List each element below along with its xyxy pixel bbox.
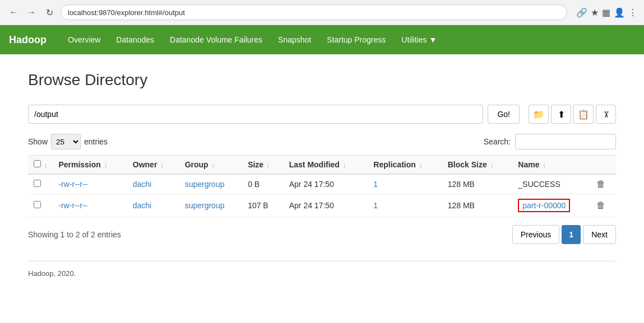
- header-replication: Replication ↕: [368, 156, 442, 175]
- folder-icon: 📁: [533, 109, 544, 120]
- chevron-down-icon: ▼: [429, 35, 437, 44]
- path-bar: Go! 📁 ⬆ 📋 ✂: [28, 105, 616, 124]
- row2-group: supergroup: [179, 194, 243, 217]
- row1-checkbox[interactable]: [34, 180, 41, 187]
- row1-modified: Apr 24 17:50: [284, 174, 368, 194]
- row2-name-link[interactable]: part-r-00000: [518, 199, 570, 212]
- row2-owner: dachi: [127, 194, 179, 217]
- row2-group-link[interactable]: supergroup: [185, 201, 225, 210]
- sort-owner-icon: ↕: [160, 162, 164, 168]
- header-actions: [591, 156, 616, 175]
- folder-icon-button[interactable]: 📁: [529, 105, 549, 124]
- row1-blocksize: 128 MB: [442, 174, 513, 194]
- clipboard-icon: 📋: [578, 109, 589, 120]
- row1-delete-button[interactable]: 🗑: [596, 179, 605, 189]
- row2-owner-link[interactable]: dachi: [133, 201, 151, 210]
- sort-name-icon: ↕: [543, 162, 546, 168]
- sort-size-icon: ↕: [267, 162, 270, 168]
- entries-label: entries: [84, 137, 108, 146]
- row2-delete-button[interactable]: 🗑: [596, 200, 605, 210]
- entries-select[interactable]: 10 25 50 100: [51, 134, 81, 149]
- row1-group-link[interactable]: supergroup: [185, 180, 225, 189]
- row2-blocksize: 128 MB: [442, 194, 513, 217]
- search-label: Search:: [484, 137, 511, 146]
- reload-button[interactable]: ↻: [43, 6, 56, 19]
- row1-permission: -rw-r--r--: [53, 174, 127, 194]
- search-input[interactable]: [515, 134, 616, 149]
- row2-size: 107 B: [242, 194, 284, 217]
- header-last-modified: Last Modified ↕: [284, 156, 368, 175]
- sort-all-icon: ↕: [44, 162, 48, 168]
- back-button[interactable]: ←: [7, 6, 20, 19]
- header-permission: Permission ↕: [53, 156, 127, 175]
- forward-button[interactable]: →: [25, 6, 38, 19]
- row1-replication-link[interactable]: 1: [373, 180, 378, 189]
- table-controls: Show 10 25 50 100 entries Search:: [28, 134, 616, 149]
- scissors-icon-button[interactable]: ✂: [596, 105, 616, 124]
- nav-item-datanodes[interactable]: Datanodes: [108, 26, 162, 53]
- files-table: ↕ Permission ↕ Owner ↕ Group ↕ Size ↕: [28, 155, 616, 217]
- nav-item-snapshot[interactable]: Snapshot: [270, 26, 319, 53]
- browser-chrome: ← → ↻ 🔗 ★ ▦ 👤 ⋮: [0, 0, 644, 25]
- row2-checkbox[interactable]: [34, 201, 41, 208]
- upload-icon: ⬆: [558, 109, 565, 120]
- upload-icon-button[interactable]: ⬆: [551, 105, 571, 124]
- sort-group-icon: ↕: [212, 162, 215, 168]
- page-footer: Hadoop, 2020.: [28, 261, 616, 278]
- navbar: Hadoop Overview Datanodes Datanode Volum…: [0, 25, 644, 54]
- current-page-number[interactable]: 1: [562, 225, 581, 244]
- main-content: Browse Directory Go! 📁 ⬆ 📋 ✂ Show 10 25: [0, 54, 644, 289]
- header-block-size: Block Size ↕: [442, 156, 513, 175]
- showing-text: Showing 1 to 2 of 2 entries: [28, 230, 121, 239]
- table-header-row: ↕ Permission ↕ Owner ↕ Group ↕ Size ↕: [28, 156, 616, 175]
- go-button[interactable]: Go!: [488, 105, 520, 124]
- utilities-label: Utilities: [401, 35, 427, 44]
- share-icon: 🔗: [576, 7, 587, 18]
- show-entries-control: Show 10 25 50 100 entries: [28, 134, 108, 149]
- clipboard-icon-button[interactable]: 📋: [573, 105, 594, 124]
- row2-permission-link[interactable]: -rw-r--r--: [58, 201, 87, 210]
- next-button[interactable]: Next: [583, 225, 616, 244]
- header-size: Size ↕: [242, 156, 284, 175]
- table-row: -rw-r--r-- dachi supergroup 0 B Apr 24 1…: [28, 174, 616, 194]
- profile-icon: 👤: [614, 7, 625, 18]
- row1-checkbox-cell: [28, 174, 53, 194]
- scissors-icon: ✂: [601, 111, 611, 118]
- nav-item-startup-progress[interactable]: Startup Progress: [319, 26, 393, 53]
- path-input[interactable]: [28, 105, 483, 124]
- row2-checkbox-cell: [28, 194, 53, 217]
- search-bar: Search:: [484, 134, 616, 149]
- header-owner: Owner ↕: [127, 156, 179, 175]
- url-bar[interactable]: [61, 4, 567, 20]
- nav-item-utilities[interactable]: Utilities ▼: [393, 26, 444, 53]
- menu-icon: ⋮: [628, 7, 637, 18]
- pagination: Previous 1 Next: [512, 225, 616, 244]
- row1-group: supergroup: [179, 174, 243, 194]
- row1-owner-link[interactable]: dachi: [133, 180, 151, 189]
- window-icon: ▦: [602, 7, 610, 18]
- row2-delete-cell: 🗑: [591, 194, 616, 217]
- previous-button[interactable]: Previous: [512, 225, 559, 244]
- sort-permission-icon: ↕: [104, 162, 108, 168]
- row2-replication-link[interactable]: 1: [373, 201, 378, 210]
- nav-item-overview[interactable]: Overview: [60, 26, 108, 53]
- row2-name-cell: part-r-00000: [512, 194, 591, 217]
- sort-modified-icon: ↕: [343, 162, 346, 168]
- row1-name: _SUCCESS: [512, 174, 591, 194]
- header-group: Group ↕: [179, 156, 243, 175]
- header-name: Name ↕: [512, 156, 591, 175]
- footer-text: Hadoop, 2020.: [28, 269, 76, 278]
- row1-replication: 1: [368, 174, 442, 194]
- page-title: Browse Directory: [28, 71, 616, 89]
- sort-blocksize-icon: ↕: [490, 162, 494, 168]
- browser-action-icons: 🔗 ★ ▦ 👤 ⋮: [576, 7, 637, 18]
- row1-permission-link[interactable]: -rw-r--r--: [58, 180, 87, 189]
- row2-modified: Apr 24 17:50: [284, 194, 368, 217]
- row2-replication: 1: [368, 194, 442, 217]
- nav-item-datanode-volume-failures[interactable]: Datanode Volume Failures: [162, 26, 270, 53]
- row1-owner: dachi: [127, 174, 179, 194]
- row1-delete-cell: 🗑: [591, 174, 616, 194]
- nav-brand[interactable]: Hadoop: [9, 34, 47, 46]
- select-all-checkbox[interactable]: [34, 160, 41, 167]
- row2-permission: -rw-r--r--: [53, 194, 127, 217]
